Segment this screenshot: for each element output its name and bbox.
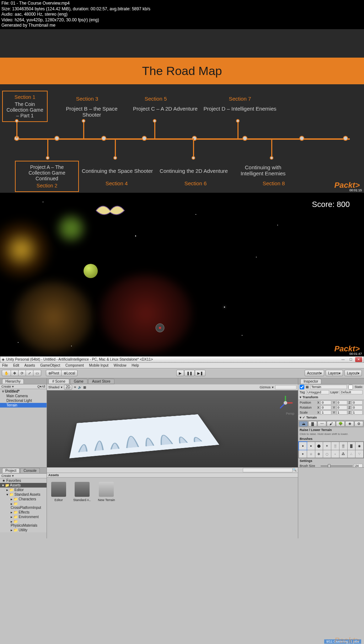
hierarchy-create[interactable]: Create ▾ xyxy=(1,385,14,388)
maximize-button[interactable]: ☐ xyxy=(347,357,354,362)
light-icon[interactable]: ☀ xyxy=(74,385,76,389)
fx-icon[interactable]: ▦ xyxy=(83,385,86,389)
folder-item[interactable]: ▸ 📁 PhysicsMaterials xyxy=(0,519,47,528)
brush-item[interactable]: ⁂ xyxy=(339,450,347,458)
pos-z[interactable] xyxy=(352,400,363,405)
menu-component[interactable]: Component xyxy=(65,363,84,367)
brush-item[interactable]: ✻ xyxy=(315,450,323,458)
folder-item[interactable]: ▸ 📁 Utility xyxy=(0,528,47,532)
play-button[interactable]: ▶ xyxy=(176,370,184,376)
rot-y[interactable] xyxy=(337,405,347,410)
2d-toggle[interactable]: 2D xyxy=(64,385,72,390)
scl-y[interactable] xyxy=(337,410,347,415)
folder-item[interactable]: ▸ 📁 Effects xyxy=(0,510,47,515)
static-checkbox[interactable] xyxy=(348,385,353,389)
terrain-paint-tool[interactable]: ▓ xyxy=(308,421,317,427)
brush-size-field[interactable] xyxy=(354,464,363,467)
asset-folder[interactable]: Editor xyxy=(51,482,66,502)
asset-terrain[interactable]: New Terrain xyxy=(98,482,115,502)
transform-header[interactable]: ▾ Transform xyxy=(298,395,364,400)
layers-dropdown[interactable]: Layers ▾ xyxy=(326,370,343,376)
brush-item[interactable]: ☆ xyxy=(307,450,315,458)
inspector-tab[interactable]: Inspector xyxy=(300,379,321,384)
terrain-object[interactable] xyxy=(69,414,219,458)
layer-dropdown[interactable]: Default xyxy=(340,390,363,394)
hierarchy-item[interactable]: Main Camera xyxy=(0,394,47,398)
terrain-settings-tool[interactable]: ⚙ xyxy=(354,421,363,427)
project-tab[interactable]: Project xyxy=(2,468,20,473)
brush-item[interactable]: ◉ xyxy=(355,442,363,450)
account-dropdown[interactable]: Account ▾ xyxy=(305,370,324,376)
view-gizmo[interactable] xyxy=(277,394,294,412)
shaded-dropdown[interactable]: Shaded xyxy=(48,385,59,389)
folder-item[interactable]: ▸ 📁 CrossPlatformInput xyxy=(0,501,47,510)
scene-search[interactable] xyxy=(275,385,296,389)
search-filter-icon[interactable]: 🔍 xyxy=(293,468,296,472)
rot-x[interactable] xyxy=(321,405,331,410)
folder-item[interactable]: ▸ 📁 Environment xyxy=(0,515,47,519)
menu-assets[interactable]: Assets xyxy=(24,363,35,367)
brush-item[interactable]: ● xyxy=(307,442,315,450)
brush-item[interactable]: ✦ xyxy=(299,450,307,458)
brush-item[interactable]: ∵ xyxy=(355,450,363,458)
favorites-item[interactable]: ★ Favorites xyxy=(0,478,47,483)
menu-window[interactable]: Window xyxy=(114,363,127,367)
move-tool[interactable]: ✥ xyxy=(11,370,18,376)
pos-x[interactable] xyxy=(321,400,331,405)
menu-mobileinput[interactable]: Mobile Input xyxy=(89,363,108,367)
brush-item[interactable]: ▒ xyxy=(339,442,347,450)
folder-item[interactable]: ▸ 📁 Characters xyxy=(0,497,47,501)
assets-root[interactable]: ▾ 📁 Assets xyxy=(0,483,47,488)
hierarchy-tab[interactable]: Hierarchy xyxy=(2,379,24,384)
asset-folder[interactable]: Standard A.. xyxy=(73,482,91,502)
hierarchy-item-selected[interactable]: Terrain xyxy=(0,403,47,408)
rect-tool[interactable]: ▭ xyxy=(33,370,41,376)
scl-z[interactable] xyxy=(352,410,363,415)
asset-search[interactable] xyxy=(243,468,293,472)
brush-item[interactable]: ✶ xyxy=(323,442,331,450)
object-name-field[interactable] xyxy=(310,385,347,389)
menu-edit[interactable]: Edit xyxy=(13,363,19,367)
brush-size-slider[interactable] xyxy=(321,465,353,467)
folder-item[interactable]: ▾ 📁 Standard Assets xyxy=(0,492,47,497)
rotate-tool[interactable]: ⟳ xyxy=(18,370,26,376)
layout-dropdown[interactable]: Layout ▾ xyxy=(344,370,362,376)
scene-viewport[interactable]: Persp xyxy=(47,390,298,467)
brush-item[interactable]: ◌ xyxy=(323,450,331,458)
minimize-button[interactable]: — xyxy=(339,357,347,362)
pos-y[interactable] xyxy=(337,400,347,405)
gizmos-dropdown[interactable]: Gizmos xyxy=(259,385,271,389)
menu-gameobject[interactable]: GameObject xyxy=(40,363,60,367)
terrain-brush-tool[interactable]: 🖌 xyxy=(327,421,336,427)
brush-item[interactable]: ● xyxy=(299,442,307,450)
folder-item[interactable]: ▸ 📁 Editor xyxy=(0,488,47,492)
scene-root[interactable]: ▿ Untitled* xyxy=(0,389,47,394)
terrain-header[interactable]: ▾ ✓ Terrain xyxy=(298,415,364,420)
menu-help[interactable]: Help xyxy=(132,363,139,367)
console-tab[interactable]: Console xyxy=(20,468,40,473)
terrain-raise-tool[interactable]: ⛰ xyxy=(299,421,308,427)
scene-tab[interactable]: # Scene xyxy=(48,379,69,384)
pause-button[interactable]: ❚❚ xyxy=(184,370,195,376)
terrain-detail-tool[interactable]: ❀ xyxy=(345,421,354,427)
game-tab[interactable]: Game xyxy=(70,379,87,384)
window-titlebar[interactable]: ◈ Unity Personal (64bit) - Untitled - Ar… xyxy=(0,356,364,363)
close-button[interactable]: ✕ xyxy=(355,357,362,362)
terrain-tree-tool[interactable]: 🌳 xyxy=(336,421,345,427)
local-toggle[interactable]: ⊗ Local xyxy=(61,370,77,376)
terrain-smooth-tool[interactable]: 〰 xyxy=(317,421,326,427)
asset-store-tab[interactable]: Asset Store xyxy=(88,379,114,384)
step-button[interactable]: ▶❚ xyxy=(195,370,205,376)
scl-x[interactable] xyxy=(321,410,331,415)
brush-item[interactable]: ⬤ xyxy=(315,442,323,450)
brush-item[interactable]: ◦ xyxy=(331,450,339,458)
rot-z[interactable] xyxy=(352,405,363,410)
menu-file[interactable]: File xyxy=(2,363,8,367)
tag-dropdown[interactable]: Untagged xyxy=(306,390,329,394)
project-create[interactable]: Create ▾ xyxy=(1,474,14,478)
brush-item[interactable]: ▓ xyxy=(348,442,355,450)
hierarchy-item[interactable]: Directional Light xyxy=(0,398,47,403)
brush-item[interactable]: ∴ xyxy=(348,450,355,458)
active-checkbox[interactable] xyxy=(300,385,304,389)
audio-icon[interactable]: 🔊 xyxy=(78,385,82,389)
